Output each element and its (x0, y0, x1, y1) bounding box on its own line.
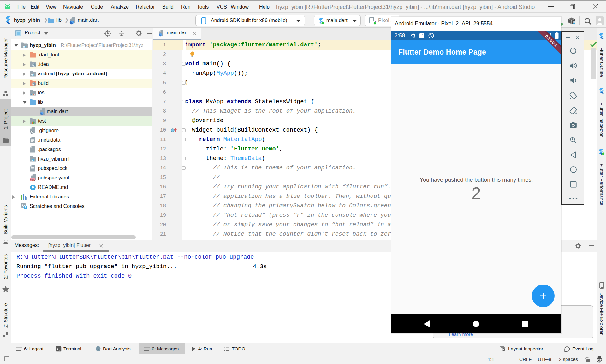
svg-text:YML: YML (30, 179, 35, 181)
